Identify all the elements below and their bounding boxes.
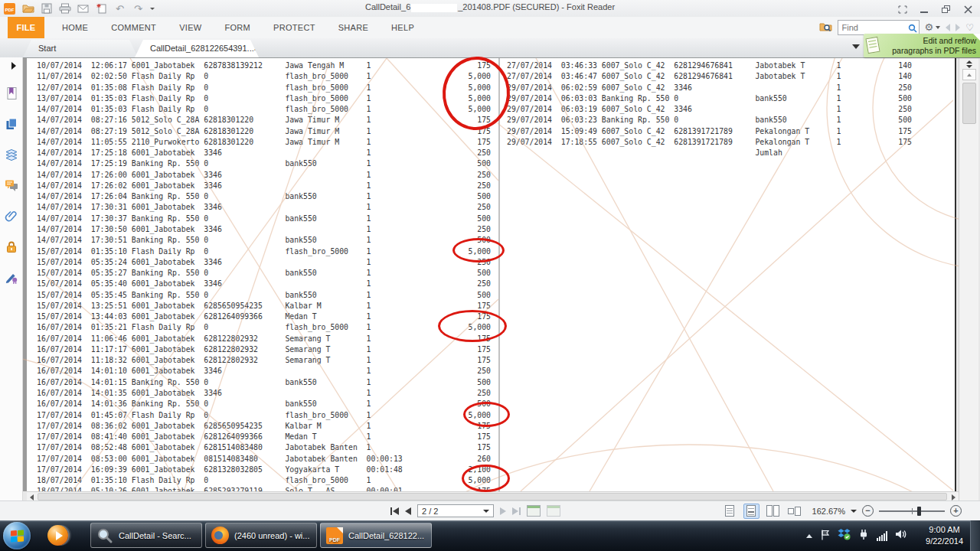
tooltip-line2: paragraphs in PDF files: [882, 46, 976, 56]
table-row: 15/07/2014 05:35:27 Banking Rp. 550 0 ba…: [37, 268, 498, 279]
scroll-right-icon[interactable]: [952, 494, 956, 500]
taskbar-button-search[interactable]: CallDetail - Searc...: [90, 523, 202, 548]
quick-access-toolbar: PDF ↶ ↷: [2, 0, 155, 17]
open-icon[interactable]: [21, 2, 34, 15]
tab-calldetail[interactable]: CallDetail_628122654391... ×: [135, 40, 259, 57]
tooltip-line1: Edit and reflow: [882, 36, 976, 46]
layout-single-page-icon[interactable]: [722, 504, 738, 519]
heart-icon[interactable]: ♡: [965, 22, 974, 33]
layers-icon[interactable]: [5, 148, 18, 161]
scroll-left-icon[interactable]: [30, 494, 34, 500]
redo-icon[interactable]: ↷: [132, 2, 145, 15]
comments-icon[interactable]: [5, 178, 18, 192]
table-row: 10/07/2014 12:06:17 6001_Jabotabek 62878…: [37, 60, 498, 71]
previous-view-icon[interactable]: [527, 505, 541, 517]
table-row: 16/07/2014 14:01:15 Banking Rp. 550 0 ba…: [37, 377, 498, 388]
windows-logo-icon: [11, 530, 24, 542]
find-next-icon[interactable]: [956, 24, 960, 31]
taskbar-clock[interactable]: 9:00 AM 9/22/2014: [926, 524, 963, 547]
status-bar: 2 / 2 162.67% − +: [0, 500, 980, 520]
tab-start[interactable]: Start: [23, 40, 138, 57]
first-page-button[interactable]: [390, 507, 399, 515]
dropbox-icon[interactable]: [838, 528, 851, 543]
action-center-flag-icon[interactable]: [820, 529, 830, 543]
layout-continuous-icon[interactable]: [743, 504, 760, 519]
next-view-icon[interactable]: [547, 505, 560, 517]
pages-icon[interactable]: [5, 117, 18, 131]
tab-view[interactable]: VIEW: [168, 23, 213, 32]
split-view-handle[interactable]: [963, 60, 975, 67]
table-row: 15/07/2014 01:35:10 Flash Daily Rp 0 fla…: [37, 246, 498, 257]
zoom-dropdown-icon[interactable]: [851, 510, 857, 513]
page-number-box[interactable]: 2 / 2: [417, 504, 494, 517]
close-icon[interactable]: [964, 3, 972, 17]
undo-icon[interactable]: ↶: [113, 2, 126, 15]
tab-comment[interactable]: COMMENT: [100, 23, 168, 32]
foxit-logo-icon[interactable]: PDF: [3, 2, 16, 15]
network-signal-icon[interactable]: [877, 531, 887, 541]
search-folder-icon[interactable]: [819, 21, 832, 35]
find-input[interactable]: [838, 20, 920, 35]
vertical-scrollbar[interactable]: [959, 58, 978, 501]
system-tray: [806, 520, 907, 551]
taskbar-button-firefox[interactable]: (2460 unread) - wi...: [205, 523, 317, 548]
start-button[interactable]: [3, 522, 31, 549]
tab-share[interactable]: SHARE: [327, 23, 380, 32]
horizontal-scroll-thumb[interactable]: [38, 493, 947, 500]
vertical-scroll-thumb[interactable]: [962, 83, 976, 124]
previous-page-button[interactable]: [405, 507, 411, 515]
zoom-slider[interactable]: [879, 506, 945, 517]
pdf-page-right-column: 27/07/2014 03:46:33 6007_Solo C_42 62812…: [500, 58, 955, 491]
tab-home[interactable]: HOME: [51, 23, 100, 32]
find-previous-icon[interactable]: [946, 24, 950, 31]
table-row: 14/07/2014 17:26:02 6001_Jabotabek 3346 …: [37, 181, 498, 191]
show-desktop-button[interactable]: [970, 520, 980, 551]
tab-list-dropdown-icon[interactable]: [852, 44, 860, 49]
tab-protect[interactable]: PROTECT: [262, 23, 327, 32]
show-hidden-icons-icon[interactable]: [806, 534, 812, 538]
scroll-up-button[interactable]: [962, 69, 976, 80]
attachments-icon[interactable]: [5, 209, 18, 223]
email-icon[interactable]: [77, 2, 90, 15]
next-page-button[interactable]: [500, 507, 506, 515]
digital-signatures-icon[interactable]: [5, 270, 18, 284]
gear-icon[interactable]: ⚙: [925, 22, 934, 33]
zoom-out-button[interactable]: −: [862, 505, 874, 517]
expand-panel-icon[interactable]: [7, 62, 21, 70]
gear-dropdown-icon[interactable]: [936, 26, 940, 29]
last-page-button[interactable]: [512, 507, 521, 515]
table-row: 14/07/2014 17:30:37 Banking Rp. 550 0 ba…: [37, 214, 498, 224]
zoom-level-value: 162.67%: [812, 507, 845, 516]
foxit-pdf-icon: PDF: [326, 527, 343, 544]
minimize-icon[interactable]: [920, 3, 929, 17]
save-icon[interactable]: [40, 2, 53, 15]
tab-help[interactable]: HELP: [380, 23, 426, 32]
table-row: 15/07/2014 05:35:45 Banking Rp. 550 0 ba…: [37, 290, 498, 301]
restore-icon[interactable]: [942, 3, 951, 17]
pdf-page-left-column: 10/07/2014 12:06:17 6001_Jabotabek 62878…: [27, 58, 498, 491]
create-pdf-icon[interactable]: [95, 2, 108, 15]
power-plug-icon[interactable]: [858, 529, 869, 543]
security-icon[interactable]: [5, 240, 18, 253]
page-edge-right: [955, 58, 956, 491]
layout-facing-icon[interactable]: [765, 504, 781, 519]
layout-continuous-facing-icon[interactable]: [786, 504, 802, 519]
tab-form[interactable]: FORM: [213, 23, 262, 32]
table-row: 16/07/2014 11:17:17 6001_Jabotabek 62812…: [37, 344, 498, 355]
print-icon[interactable]: [58, 2, 71, 15]
view-corners-icon[interactable]: [898, 3, 907, 17]
table-row: 14/07/2014 17:25:18 6001_Jabotabek 3346 …: [37, 148, 498, 158]
tab-file[interactable]: FILE: [8, 17, 44, 38]
navigation-sidebar: [0, 57, 23, 500]
media-player-icon[interactable]: [47, 525, 68, 546]
zoom-slider-handle[interactable]: [917, 507, 921, 516]
document-tab-bar: Start CallDetail_628122654391... ×: [0, 38, 980, 58]
tab-close-icon[interactable]: ×: [254, 40, 259, 57]
volume-icon[interactable]: [895, 529, 907, 543]
table-row: 14/07/2014 17:30:51 Banking Rp. 550 0 ba…: [37, 235, 498, 246]
table-row: 15/07/2014 05:35:24 6001_Jabotabek 3346 …: [37, 257, 498, 268]
bookmarks-icon[interactable]: [5, 86, 18, 100]
taskbar-button-foxit[interactable]: PDF CallDetail_628122...: [320, 523, 432, 548]
zoom-in-button[interactable]: +: [950, 505, 962, 517]
table-row: 16/07/2014 14:01:36 Banking Rp. 550 0 ba…: [37, 399, 498, 409]
